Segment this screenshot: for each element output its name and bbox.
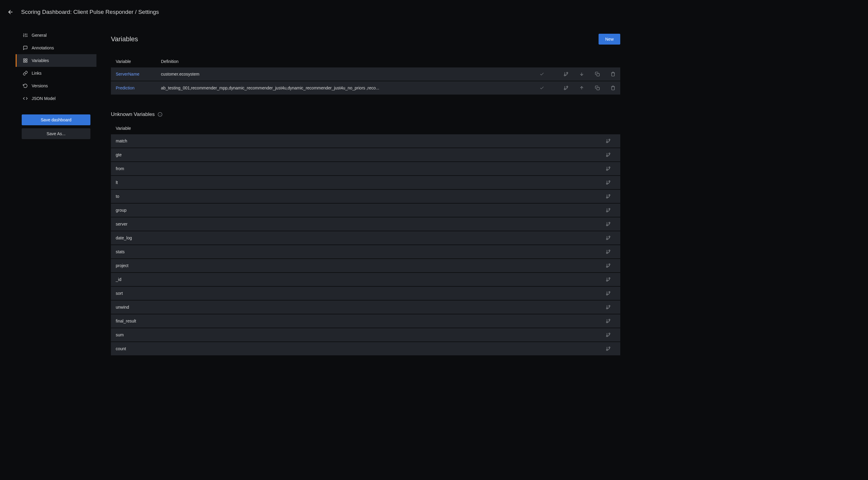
svg-point-70 — [607, 336, 608, 337]
section-title: Variables — [111, 35, 138, 43]
unknown-variable-name: count — [116, 346, 126, 351]
unknown-variable-name: from — [116, 166, 124, 171]
variable-name-link[interactable]: ServerName — [116, 72, 161, 76]
branch-icon-button[interactable] — [606, 346, 615, 351]
branch-icon-button[interactable] — [606, 333, 615, 337]
branch-icon-button[interactable] — [606, 139, 615, 143]
svg-rect-9 — [24, 59, 25, 60]
svg-point-45 — [609, 222, 610, 224]
unknown-variable-row: count — [111, 342, 620, 355]
svg-point-28 — [607, 141, 608, 143]
svg-point-64 — [607, 308, 608, 309]
branch-icon-button[interactable] — [606, 221, 615, 227]
branch-icon-button[interactable] — [606, 166, 615, 171]
svg-point-30 — [609, 153, 610, 154]
svg-point-72 — [609, 347, 610, 348]
sidebar-item-versions[interactable]: Versions — [16, 79, 96, 92]
branch-icon-button[interactable] — [606, 277, 615, 282]
branch-icon-button[interactable] — [564, 72, 568, 76]
sidebar-item-label: General — [32, 33, 47, 38]
check-icon — [539, 72, 544, 76]
svg-point-46 — [607, 225, 608, 226]
new-variable-button[interactable]: New — [598, 34, 620, 44]
save-dashboard-button[interactable]: Save dashboard — [22, 114, 90, 125]
back-arrow-button[interactable] — [7, 9, 14, 15]
svg-point-49 — [607, 239, 608, 240]
unknown-variable-row: lt — [111, 176, 620, 189]
unknown-variable-row: match — [111, 134, 620, 147]
unknown-variable-row: to — [111, 190, 620, 203]
info-icon[interactable] — [158, 112, 162, 117]
unknown-variable-row: _id — [111, 273, 620, 286]
svg-point-52 — [607, 252, 608, 253]
svg-point-40 — [607, 197, 608, 198]
svg-point-34 — [607, 169, 608, 170]
duplicate-button[interactable] — [595, 85, 600, 90]
svg-point-19 — [567, 86, 568, 87]
svg-rect-17 — [597, 73, 599, 76]
svg-point-15 — [564, 75, 565, 76]
svg-point-55 — [607, 266, 608, 267]
sidebar-item-label: Annotations — [32, 45, 54, 50]
unknown-variable-row: from — [111, 162, 620, 175]
delete-button[interactable] — [611, 72, 615, 76]
variable-row: Prediction ab_testing_001,recommender_mp… — [111, 81, 620, 95]
variable-definition: ab_testing_001,recommender_mpp,dynamic_r… — [161, 85, 539, 90]
branch-icon-button[interactable] — [606, 180, 615, 185]
branch-icon-button[interactable] — [606, 249, 615, 254]
unknown-variables-title: Unknown Variables — [111, 111, 854, 117]
branch-icon-button[interactable] — [606, 152, 615, 157]
main-content: Variables New Variable Definition Server… — [96, 24, 868, 480]
svg-point-33 — [609, 167, 610, 168]
unknown-variable-row: project — [111, 259, 620, 272]
save-as-button[interactable]: Save As... — [22, 128, 90, 139]
unknown-variable-row: unwind — [111, 301, 620, 314]
branch-icon-button[interactable] — [606, 291, 615, 296]
unknown-variable-name: sort — [116, 291, 123, 296]
svg-rect-22 — [597, 87, 599, 90]
branch-icon-button[interactable] — [606, 194, 615, 199]
move-up-button[interactable] — [579, 85, 584, 90]
check-icon — [539, 85, 544, 90]
branch-icon-button[interactable] — [606, 305, 615, 310]
unknown-variable-name: lt — [116, 180, 118, 185]
sidebar-item-general[interactable]: General — [16, 29, 96, 41]
move-down-button[interactable] — [579, 72, 584, 76]
svg-point-69 — [609, 333, 610, 334]
unknown-variable-name: gte — [116, 152, 121, 157]
branch-icon-button[interactable] — [606, 208, 615, 213]
unknown-variable-row: final_result — [111, 314, 620, 328]
duplicate-button[interactable] — [595, 72, 600, 76]
branch-icon-button[interactable] — [606, 318, 615, 323]
svg-point-60 — [609, 292, 610, 293]
page-header: Scoring Dashboard: Client Pulse Responde… — [0, 0, 868, 24]
column-header-definition: Definition — [161, 59, 615, 64]
variable-name-link[interactable]: Prediction — [116, 85, 161, 90]
svg-point-57 — [609, 278, 610, 279]
delete-button[interactable] — [611, 85, 615, 90]
variable-row: ServerName customer.ecosystem — [111, 67, 620, 81]
arrow-left-icon — [7, 9, 14, 15]
branch-icon-button[interactable] — [606, 236, 615, 240]
svg-point-54 — [609, 264, 610, 265]
sliders-icon — [23, 33, 28, 38]
sidebar-item-variables[interactable]: Variables — [16, 54, 96, 67]
branch-icon-button[interactable] — [606, 263, 615, 268]
sidebar-item-annotations[interactable]: Annotations — [16, 41, 96, 54]
branch-icon-button[interactable] — [564, 85, 568, 90]
unknown-variable-row: gte — [111, 148, 620, 162]
svg-point-36 — [609, 181, 610, 182]
unknown-variable-name: match — [116, 139, 127, 143]
svg-rect-12 — [24, 61, 25, 62]
variable-definition: customer.ecosystem — [161, 72, 539, 76]
unknown-variable-name: project — [116, 263, 128, 268]
unknown-variable-name: to — [116, 194, 119, 199]
sidebar-item-json-model[interactable]: JSON Model — [16, 92, 96, 105]
svg-point-20 — [564, 89, 565, 90]
unknown-variable-name: date_log — [116, 236, 132, 240]
unknown-variable-name: sum — [116, 333, 124, 337]
comment-icon — [23, 45, 28, 50]
svg-point-73 — [607, 349, 608, 350]
sidebar-item-links[interactable]: Links — [16, 67, 96, 79]
unknown-variable-row: date_log — [111, 231, 620, 244]
